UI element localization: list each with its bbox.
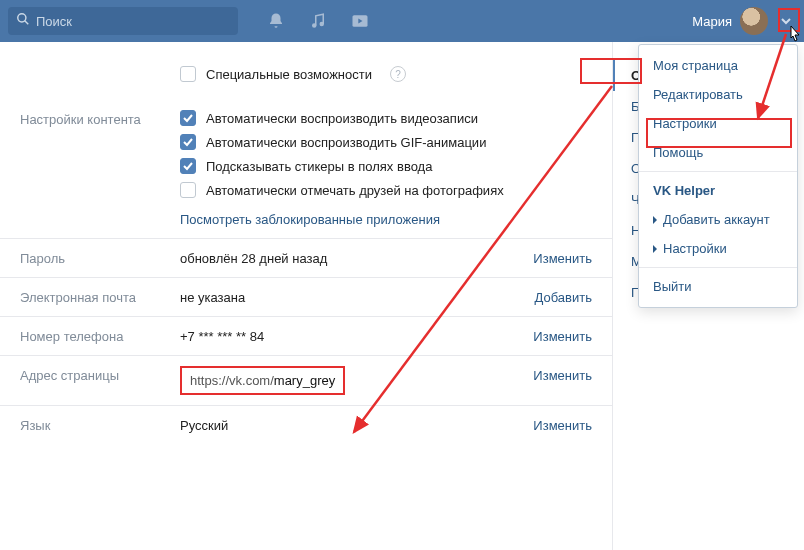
checkbox-autoplay-video[interactable]: Автоматически воспроизводить видеозаписи — [180, 110, 592, 126]
page-address-box: https://vk.com/mary_grey — [180, 366, 345, 395]
svg-point-0 — [18, 14, 26, 22]
blocked-apps-link[interactable]: Посмотреть заблокированные приложения — [180, 212, 440, 227]
menu-settings[interactable]: Настройки — [639, 109, 797, 138]
checkbox-icon — [180, 66, 196, 82]
checkbox-accessibility[interactable]: Специальные возможности ? — [180, 66, 592, 82]
top-right: Мария — [692, 7, 796, 35]
change-language-link[interactable]: Изменить — [533, 418, 592, 433]
triangle-icon — [653, 216, 657, 224]
add-email-link[interactable]: Добавить — [535, 290, 592, 305]
main-panel: Специальные возможности ? Настройки конт… — [0, 42, 612, 550]
music-icon[interactable] — [308, 11, 328, 31]
phone-value: +7 *** *** ** 84 — [180, 329, 264, 344]
row-label: Номер телефона — [20, 327, 180, 344]
triangle-icon — [653, 245, 657, 253]
language-value: Русский — [180, 418, 228, 433]
change-phone-link[interactable]: Изменить — [533, 329, 592, 344]
video-icon[interactable] — [350, 11, 370, 31]
checkbox-icon — [180, 110, 196, 126]
menu-add-account[interactable]: Добавить аккаунт — [639, 205, 797, 234]
row-label: Адрес страницы — [20, 366, 180, 383]
checkbox-label: Автоматически отмечать друзей на фотогра… — [206, 183, 504, 198]
menu-vh-settings[interactable]: Настройки — [639, 234, 797, 263]
checkbox-suggest-stickers[interactable]: Подсказывать стикеры в полях ввода — [180, 158, 592, 174]
search-icon — [16, 12, 30, 30]
change-password-link[interactable]: Изменить — [533, 251, 592, 266]
menu-help[interactable]: Помощь — [639, 138, 797, 167]
checkbox-label: Автоматически воспроизводить видеозаписи — [206, 111, 478, 126]
password-value: обновлён 28 дней назад — [180, 251, 327, 266]
checkbox-label: Подсказывать стикеры в полях ввода — [206, 159, 432, 174]
checkbox-autotag-friends[interactable]: Автоматически отмечать друзей на фотогра… — [180, 182, 592, 198]
cursor-pointer-icon — [784, 24, 804, 54]
menu-vk-helper-header: VK Helper — [639, 176, 797, 205]
menu-logout[interactable]: Выйти — [639, 272, 797, 301]
menu-edit[interactable]: Редактировать — [639, 80, 797, 109]
svg-point-2 — [313, 24, 316, 27]
checkbox-label: Специальные возможности — [206, 67, 372, 82]
address-prefix: https://vk.com/ — [190, 373, 274, 388]
checkbox-icon — [180, 182, 196, 198]
row-label: Пароль — [20, 249, 180, 266]
address-suffix: mary_grey — [274, 373, 335, 388]
menu-my-page[interactable]: Моя страница — [639, 51, 797, 80]
row-label: Настройки контента — [20, 110, 180, 127]
avatar[interactable] — [740, 7, 768, 35]
checkbox-autoplay-gif[interactable]: Автоматически воспроизводить GIF-анимаци… — [180, 134, 592, 150]
top-bar: Мария — [0, 0, 804, 42]
change-address-link[interactable]: Изменить — [533, 368, 592, 383]
help-icon[interactable]: ? — [390, 66, 406, 82]
top-icons — [266, 11, 370, 31]
username-label: Мария — [692, 14, 732, 29]
bell-icon[interactable] — [266, 11, 286, 31]
row-label: Электронная почта — [20, 288, 180, 305]
search-input[interactable] — [36, 14, 230, 29]
checkbox-label: Автоматически воспроизводить GIF-анимаци… — [206, 135, 486, 150]
checkbox-icon — [180, 134, 196, 150]
profile-dropdown: Моя страница Редактировать Настройки Пом… — [638, 44, 798, 308]
svg-point-3 — [320, 23, 323, 26]
checkbox-icon — [180, 158, 196, 174]
row-label: Язык — [20, 416, 180, 433]
search-box[interactable] — [8, 7, 238, 35]
email-value: не указана — [180, 290, 245, 305]
svg-line-1 — [25, 21, 29, 25]
